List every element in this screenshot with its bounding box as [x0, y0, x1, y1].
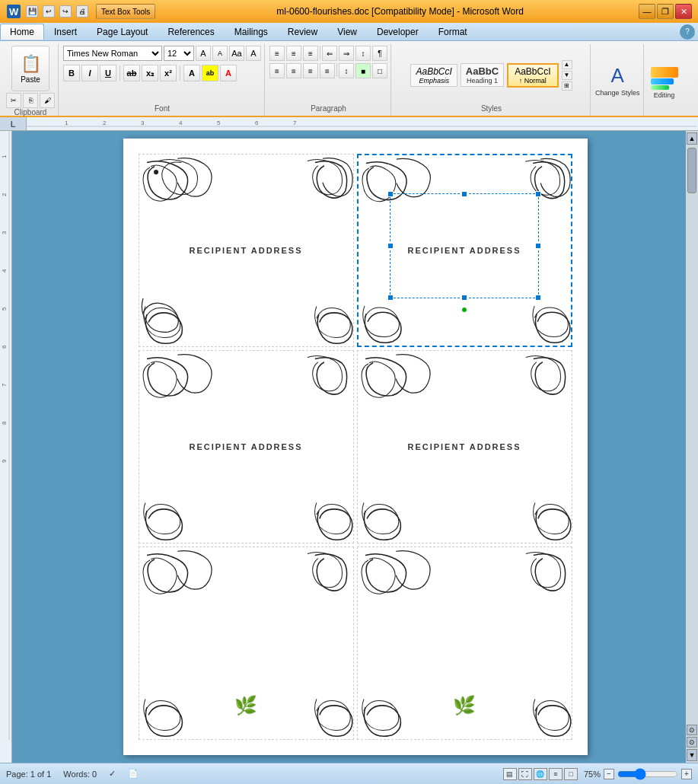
font-color-button[interactable]: A — [220, 65, 237, 81]
text-effect-button[interactable]: A — [183, 65, 200, 81]
svg-text:W: W — [9, 6, 19, 18]
view-print-layout[interactable]: ▤ — [503, 768, 517, 780]
menu-tab-developer[interactable]: Developer — [367, 24, 429, 40]
cut-button[interactable]: ✂ — [6, 93, 21, 108]
menu-bar: Home Insert Page Layout References Maili… — [0, 23, 698, 41]
editing-bar1 — [651, 67, 678, 78]
close-button[interactable]: ✕ — [675, 4, 692, 19]
sort-button[interactable]: ↕ — [355, 46, 371, 61]
label-text-2[interactable]: RECIPIENT ADDRESS — [407, 246, 521, 255]
help-icon[interactable]: ? — [680, 24, 695, 40]
menu-tab-mailings[interactable]: Mailings — [225, 24, 278, 40]
change-styles-label[interactable]: Change Styles — [595, 89, 640, 97]
font-size-select[interactable]: 12 — [164, 46, 194, 61]
label-cell-4[interactable]: RECIPIENT ADDRESS — [357, 350, 572, 543]
label-text-4: RECIPIENT ADDRESS — [407, 442, 521, 451]
align-center-button[interactable]: ≡ — [286, 63, 301, 78]
zoom-in-button[interactable]: + — [681, 769, 692, 779]
subscript-button[interactable]: x₂ — [142, 65, 158, 81]
editing-label[interactable]: Editing — [654, 91, 675, 99]
ruler-corner[interactable]: L — [0, 117, 27, 131]
copy-button[interactable]: ⎘ — [23, 93, 38, 108]
menu-tab-insert[interactable]: Insert — [44, 24, 87, 40]
view-web[interactable]: 🌐 — [534, 768, 547, 780]
page-up-button[interactable]: ⊙ — [687, 725, 697, 735]
view-draft[interactable]: □ — [564, 768, 578, 780]
zoom-slider[interactable] — [617, 770, 678, 779]
handle-tr[interactable] — [535, 191, 541, 197]
style-heading1[interactable]: AaBbC Heading 1 — [461, 63, 504, 87]
scroll-up-button[interactable]: ▲ — [687, 132, 697, 145]
view-fullscreen[interactable]: ⛶ — [518, 768, 532, 780]
scroll-down-button[interactable]: ▼ — [687, 749, 697, 761]
shading-button[interactable]: ■ — [355, 63, 371, 78]
font-family-select[interactable]: Times New Roman — [63, 46, 162, 61]
label-cell-5[interactable]: 🌿 — [139, 547, 354, 740]
styles-scroll-up[interactable]: ▲ — [562, 60, 572, 69]
label-cell-6[interactable]: 🌿 — [357, 547, 572, 740]
zoom-out-button[interactable]: − — [604, 769, 614, 779]
handle-bl[interactable] — [387, 295, 394, 301]
bold-button[interactable]: B — [63, 65, 80, 81]
align-right-button[interactable]: ≡ — [303, 63, 318, 78]
underline-button[interactable]: U — [100, 65, 116, 81]
show-marks-button[interactable]: ¶ — [372, 46, 387, 61]
numbering-button[interactable]: ≡ — [286, 46, 301, 61]
styles-expand[interactable]: ⊞ — [562, 81, 572, 91]
menu-tab-references[interactable]: References — [158, 24, 224, 40]
line-spacing-button[interactable]: ↕ — [339, 63, 354, 78]
justify-button[interactable]: ≡ — [320, 63, 335, 78]
quick-undo-btn[interactable]: ↩ — [43, 5, 55, 18]
multilevel-button[interactable]: ≡ — [303, 46, 318, 61]
clear-format-button[interactable]: A — [246, 46, 261, 61]
handle-rotate[interactable] — [461, 307, 467, 313]
strikethrough-button[interactable]: ab — [123, 65, 140, 81]
handle-tm[interactable] — [461, 191, 467, 197]
format-painter-button[interactable]: 🖌 — [40, 93, 55, 108]
menu-tab-format[interactable]: Format — [429, 24, 477, 40]
spell-check-icon[interactable]: ✓ — [109, 769, 116, 779]
track-changes-icon[interactable]: 📄 — [128, 769, 139, 779]
style-normal[interactable]: AaBbCcI ↑ Normal — [507, 63, 558, 88]
vertical-scrollbar[interactable]: ▲ ⊙ ⊙ ▼ — [686, 131, 698, 763]
paste-label: Paste — [21, 75, 40, 84]
label-cell-1[interactable]: RECIPIENT ADDRESS — [139, 154, 354, 347]
font-shrink-button[interactable]: A — [212, 46, 228, 61]
label-cell-2[interactable]: RECIPIENT ADDRESS — [357, 154, 572, 347]
paste-button[interactable]: 📋 Paste — [11, 46, 49, 91]
handle-tl[interactable] — [387, 191, 394, 197]
view-outline[interactable]: ≡ — [549, 768, 563, 780]
handle-ml[interactable] — [387, 243, 394, 249]
border-button[interactable]: □ — [372, 63, 387, 78]
quick-print-btn[interactable]: 🖨 — [76, 5, 88, 18]
quick-save-btn[interactable]: 💾 — [26, 5, 38, 18]
font-grow-button[interactable]: A — [196, 46, 211, 61]
minimize-button[interactable]: — — [639, 4, 655, 19]
handle-mr[interactable] — [535, 243, 541, 249]
increase-indent-button[interactable]: ⇒ — [339, 46, 354, 61]
align-left-button[interactable]: ≡ — [269, 63, 285, 78]
italic-button[interactable]: I — [81, 65, 98, 81]
change-case-button[interactable]: Aa — [229, 46, 244, 61]
label-cell-3[interactable]: RECIPIENT ADDRESS — [139, 350, 354, 543]
bullets-button[interactable]: ≡ — [269, 46, 285, 61]
menu-tab-view[interactable]: View — [327, 24, 367, 40]
handle-bm[interactable] — [461, 295, 467, 301]
menu-tab-home[interactable]: Home — [0, 24, 44, 40]
page-nav-button[interactable]: ⊙ — [687, 737, 697, 747]
style-emphasis[interactable]: AaBbCcI Emphasis — [410, 64, 457, 87]
menu-tab-review[interactable]: Review — [278, 24, 327, 40]
change-styles-icon: A — [611, 64, 624, 88]
svg-text:5: 5 — [217, 120, 221, 126]
handle-br[interactable] — [535, 295, 541, 301]
restore-button[interactable]: ❐ — [657, 4, 674, 19]
svg-text:1: 1 — [65, 120, 69, 126]
superscript-button[interactable]: x² — [160, 65, 177, 81]
menu-tab-page-layout[interactable]: Page Layout — [87, 24, 158, 40]
styles-scroll-down[interactable]: ▼ — [562, 71, 572, 80]
quick-redo-btn[interactable]: ↪ — [59, 5, 72, 18]
scroll-thumb[interactable] — [687, 148, 696, 193]
styles-group: AaBbCcI Emphasis AaBbC Heading 1 AaBbCcI… — [393, 44, 591, 116]
highlight-button[interactable]: ab — [202, 65, 218, 81]
decrease-indent-button[interactable]: ⇐ — [322, 46, 337, 61]
